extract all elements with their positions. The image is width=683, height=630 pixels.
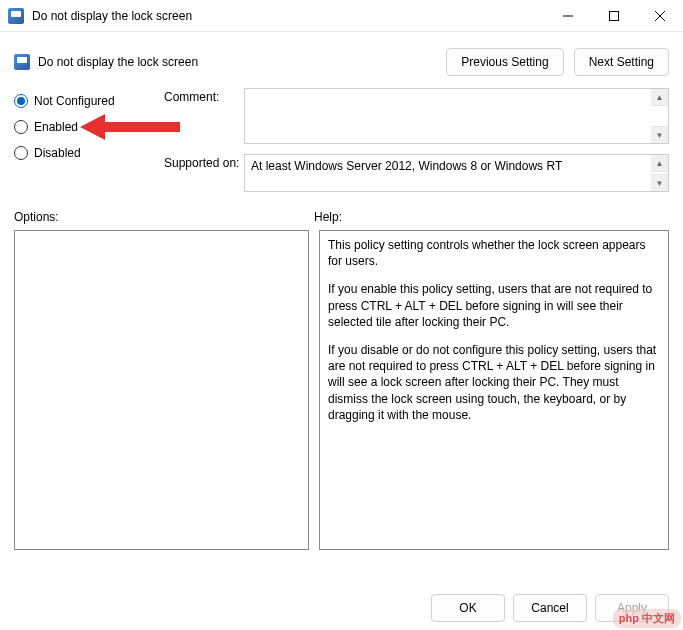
window-title: Do not display the lock screen [32,9,545,23]
window-controls [545,0,683,32]
watermark: php 中文网 [613,609,681,628]
comment-label: Comment: [164,88,244,104]
radio-disabled[interactable]: Disabled [14,146,164,160]
previous-setting-button[interactable]: Previous Setting [446,48,563,76]
help-paragraph: If you disable or do not configure this … [328,342,660,423]
next-setting-button[interactable]: Next Setting [574,48,669,76]
maximize-button[interactable] [591,0,637,32]
minimize-button[interactable] [545,0,591,32]
scroll-down-icon[interactable]: ▼ [651,126,668,143]
help-label: Help: [314,210,669,224]
pane-labels: Options: Help: [14,210,669,224]
help-pane: This policy setting controls whether the… [319,230,669,550]
state-radio-group: Not Configured Enabled Disabled [14,88,164,192]
supported-on-field: At least Windows Server 2012, Windows 8 … [244,154,669,192]
radio-icon [14,94,28,108]
header-row: Do not display the lock screen Previous … [14,42,669,82]
cancel-button[interactable]: Cancel [513,594,587,622]
scroll-up-icon[interactable]: ▲ [651,155,668,172]
radio-icon [14,120,28,134]
app-icon [8,8,24,24]
radio-label: Not Configured [34,94,115,108]
panes: This policy setting controls whether the… [14,230,669,550]
scroll-up-icon[interactable]: ▲ [651,89,668,106]
content: Do not display the lock screen Previous … [0,32,683,550]
radio-not-configured[interactable]: Not Configured [14,94,164,108]
scroll-down-icon[interactable]: ▼ [651,174,668,191]
radio-label: Disabled [34,146,81,160]
svg-rect-1 [610,11,619,20]
setting-icon [14,54,30,70]
supported-on-value: At least Windows Server 2012, Windows 8 … [251,159,562,173]
comment-block: Comment: ▲ ▼ Supported on: At least Wind… [164,88,669,192]
help-paragraph: This policy setting controls whether the… [328,237,660,269]
radio-enabled[interactable]: Enabled [14,120,164,134]
radio-label: Enabled [34,120,78,134]
titlebar: Do not display the lock screen [0,0,683,32]
options-pane [14,230,309,550]
comment-field[interactable]: ▲ ▼ [244,88,669,144]
options-label: Options: [14,210,314,224]
setting-name: Do not display the lock screen [38,55,198,69]
ok-button[interactable]: OK [431,594,505,622]
config-area: Not Configured Enabled Disabled Comment:… [14,88,669,192]
close-button[interactable] [637,0,683,32]
radio-icon [14,146,28,160]
supported-on-label: Supported on: [164,154,244,170]
help-paragraph: If you enable this policy setting, users… [328,281,660,330]
